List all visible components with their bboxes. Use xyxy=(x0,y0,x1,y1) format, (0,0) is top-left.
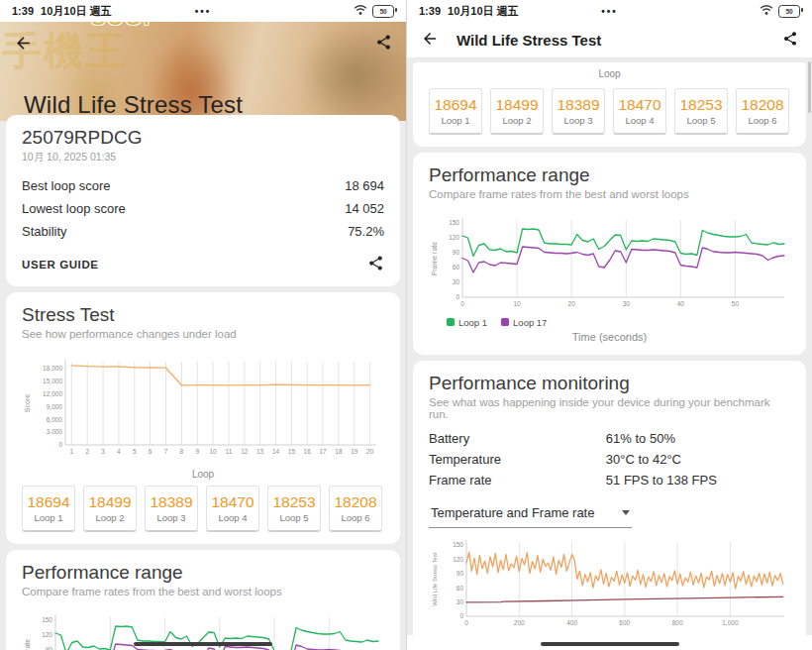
performance-range-subtitle: Compare frame rates from the best and wo… xyxy=(22,586,384,597)
svg-text:10: 10 xyxy=(209,448,217,455)
right-scroll-content: Loop 18694Loop 118499Loop 218389Loop 318… xyxy=(407,62,812,650)
svg-text:150: 150 xyxy=(449,219,459,226)
loop-score-label: Loop 3 xyxy=(563,115,592,126)
status-icons: 50 xyxy=(354,4,394,18)
svg-text:0: 0 xyxy=(460,300,464,307)
app-bar-title: Wild Life Stress Test xyxy=(457,32,764,49)
monitoring-chart: 02004006008001,0000306090120150Wild Life… xyxy=(429,536,790,632)
svg-text:20: 20 xyxy=(568,300,576,307)
svg-text:17: 17 xyxy=(319,448,327,455)
stress-test-subtitle: See how performance changes under load xyxy=(22,328,384,340)
status-menu-dots: ••• xyxy=(195,6,212,17)
loop-score-label: Loop 5 xyxy=(279,512,308,523)
loop-score-card: 18389Loop 3 xyxy=(552,88,605,135)
result-summary-card: 25079RPDCG 10月 10, 2025 01:35 Best loop … xyxy=(6,115,400,286)
share-icon-button[interactable] xyxy=(375,34,392,54)
user-guide-button[interactable]: USER GUIDE xyxy=(22,259,99,271)
status-left: 1:3910月10日 週五 xyxy=(419,4,526,19)
loop-score-value: 18389 xyxy=(150,493,192,510)
loop-score-label: Loop 6 xyxy=(748,115,776,126)
svg-text:30: 30 xyxy=(453,278,460,285)
svg-text:15,000: 15,000 xyxy=(43,378,62,384)
performance-monitoring-subtitle: See what was happening inside your devic… xyxy=(429,396,790,420)
performance-range-chart: 010203040500306090120150Frame rate xyxy=(429,214,790,313)
performance-range-title: Performance range xyxy=(429,164,790,186)
svg-text:50: 50 xyxy=(732,300,740,307)
back-button[interactable] xyxy=(421,30,439,51)
home-indicator[interactable] xyxy=(134,642,272,646)
stat-label: Battery xyxy=(429,431,606,446)
loop-score-card: 18499Loop 2 xyxy=(490,88,544,135)
svg-text:Frame rate: Frame rate xyxy=(24,639,31,650)
svg-text:Wild Life Stress Test: Wild Life Stress Test xyxy=(432,552,438,606)
legend-item: Loop 1 xyxy=(447,317,487,328)
svg-text:6: 6 xyxy=(149,448,152,455)
svg-text:0: 0 xyxy=(464,619,468,626)
svg-text:10: 10 xyxy=(513,300,521,307)
loop-score-card: 18253Loop 5 xyxy=(674,88,728,135)
performance-range-subtitle: Compare frame rates from the best and wo… xyxy=(429,188,790,200)
loop-score-value: 18470 xyxy=(618,96,660,113)
status-time: 1:39 xyxy=(12,5,34,17)
loop-score-label: Loop 1 xyxy=(441,115,469,126)
home-indicator[interactable] xyxy=(541,642,679,646)
loop-score-label: Loop 5 xyxy=(686,115,715,126)
svg-text:20: 20 xyxy=(366,448,374,455)
share-result-button[interactable] xyxy=(367,255,384,274)
svg-text:8: 8 xyxy=(180,448,184,455)
loop-scores-row: 18694Loop 118499Loop 218389Loop 318470Lo… xyxy=(429,88,790,135)
loop-score-card: 18499Loop 2 xyxy=(83,486,137,532)
performance-monitoring-title: Performance monitoring xyxy=(429,373,790,394)
legend-swatch-icon xyxy=(501,318,509,326)
stat-row: Best loop score18 694 xyxy=(22,174,384,197)
device-name: 25079RPDCG xyxy=(22,127,384,149)
loop-score-value: 18208 xyxy=(741,96,783,113)
screen-right: 1:3910月10日 週五 ••• 50 Wild Life Stress Te… xyxy=(406,0,812,650)
result-stats: Best loop score18 694Lowest loop score14… xyxy=(22,174,384,243)
loop-score-value: 18208 xyxy=(334,493,376,510)
loop-score-card: 18694Loop 1 xyxy=(22,486,75,532)
stat-label: Lowest loop score xyxy=(22,201,126,216)
loop-score-value: 18253 xyxy=(272,493,315,510)
loop-axis-label: Loop xyxy=(429,66,790,82)
range-chart-xlabel: Time (seconds) xyxy=(429,331,790,343)
stat-label: Best loop score xyxy=(22,178,111,193)
status-left: 1:3910月10日 週五 xyxy=(12,4,119,19)
loop-score-label: Loop 2 xyxy=(502,115,531,126)
svg-text:13: 13 xyxy=(256,448,264,455)
stress-chart: 123456789101112131415161718192003,0006,0… xyxy=(22,354,384,469)
svg-text:11: 11 xyxy=(226,448,233,455)
metric-select-dropdown[interactable]: Temperature and Frame rate xyxy=(429,500,632,528)
battery-icon: 50 xyxy=(778,5,800,18)
svg-text:120: 120 xyxy=(453,556,463,563)
performance-range-title: Performance range xyxy=(22,562,384,584)
loop-score-card: 18389Loop 3 xyxy=(145,486,198,532)
loop-score-value: 18499 xyxy=(88,493,131,510)
svg-text:800: 800 xyxy=(672,619,683,626)
stat-label: Frame rate xyxy=(429,473,606,488)
loop-score-label: Loop 4 xyxy=(218,512,247,523)
legend-swatch-icon xyxy=(447,318,455,326)
loop-score-card: 18694Loop 1 xyxy=(429,88,482,135)
loop-score-value: 18253 xyxy=(679,96,722,113)
loop-score-label: Loop 2 xyxy=(95,512,124,523)
status-bar: 1:3910月10日 週五 ••• 50 xyxy=(407,0,812,22)
svg-text:30: 30 xyxy=(457,598,464,605)
svg-text:30: 30 xyxy=(623,300,631,307)
scrollbar-thumb[interactable] xyxy=(808,61,811,113)
svg-text:14: 14 xyxy=(272,448,280,455)
share-icon-button[interactable] xyxy=(782,31,798,50)
svg-text:18,000: 18,000 xyxy=(43,365,62,372)
svg-text:12: 12 xyxy=(241,448,249,455)
stat-value: 18 694 xyxy=(345,178,384,193)
status-date: 10月10日 週五 xyxy=(448,5,519,17)
svg-text:0: 0 xyxy=(58,441,62,448)
loop-score-label: Loop 3 xyxy=(156,512,185,523)
stat-row: Frame rate51 FPS to 138 FPS xyxy=(429,470,790,490)
svg-text:150: 150 xyxy=(453,541,463,548)
back-button[interactable] xyxy=(14,34,33,55)
legend-item: Loop 17 xyxy=(501,317,547,328)
svg-text:19: 19 xyxy=(351,448,358,455)
status-bar: 1:3910月10日 週五 ••• 50 xyxy=(0,0,406,22)
stat-value: 61% to 50% xyxy=(606,431,675,446)
